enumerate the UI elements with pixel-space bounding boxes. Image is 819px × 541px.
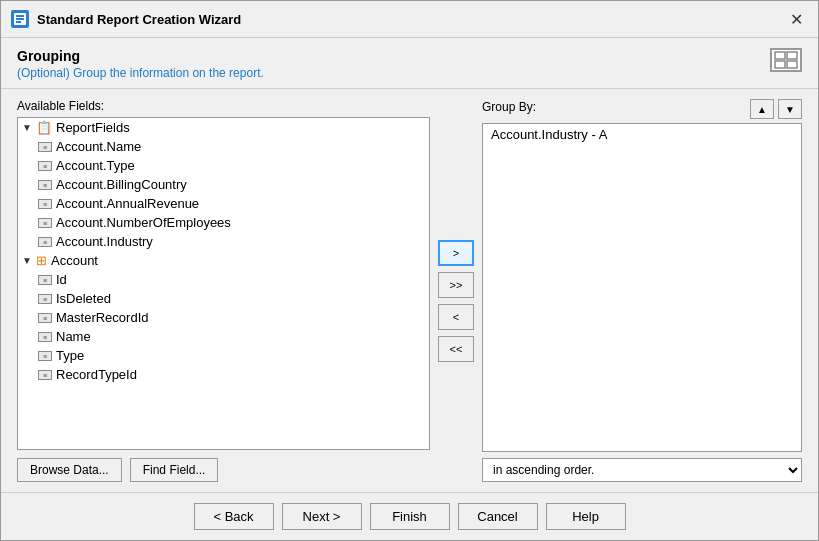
fields-tree[interactable]: ▼ 📋 ReportFields ≡ Account.Name ≡ Accoun… (17, 117, 430, 450)
account-table-icon: ⊞ (36, 253, 47, 268)
field-label-annual-revenue: Account.AnnualRevenue (56, 196, 199, 211)
field-label-industry: Account.Industry (56, 234, 153, 249)
field-icon-0: ≡ (38, 142, 52, 152)
field-icon-4: ≡ (38, 218, 52, 228)
title-bar: Standard Report Creation Wizard ✕ (1, 1, 818, 38)
header-subtitle: (Optional) Group the information on the … (17, 66, 264, 80)
report-fields-children: ≡ Account.Name ≡ Account.Type ≡ Account.… (18, 137, 429, 251)
header-title: Grouping (17, 48, 264, 64)
field-label-billing-country: Account.BillingCountry (56, 177, 187, 192)
group-by-item-0[interactable]: Account.Industry - A (483, 124, 801, 145)
field-account-billing-country[interactable]: ≡ Account.BillingCountry (34, 175, 429, 194)
field-account-annual-revenue[interactable]: ≡ Account.AnnualRevenue (34, 194, 429, 213)
field-label-name: Name (56, 329, 91, 344)
field-icon-2: ≡ (38, 180, 52, 190)
report-fields-group[interactable]: ▼ 📋 ReportFields (18, 118, 429, 137)
field-label-masterrecordid: MasterRecordId (56, 310, 148, 325)
footer: < Back Next > Finish Cancel Help (1, 492, 818, 540)
dialog: Standard Report Creation Wizard ✕ Groupi… (0, 0, 819, 541)
field-account-name[interactable]: ≡ Account.Name (34, 137, 429, 156)
field-id[interactable]: ≡ Id (34, 270, 429, 289)
order-select-row: in ascending order. in descending order. (482, 458, 802, 482)
sort-arrows: ▲ ▼ (750, 99, 802, 119)
field-icon-type: ≡ (38, 351, 52, 361)
main-content: Available Fields: ▼ 📋 ReportFields ≡ Acc… (1, 89, 818, 492)
find-field-button[interactable]: Find Field... (130, 458, 219, 482)
svg-rect-1 (16, 15, 24, 17)
group-by-label: Group By: (482, 100, 536, 114)
svg-rect-7 (787, 61, 797, 68)
finish-button[interactable]: Finish (370, 503, 450, 530)
field-master-record-id[interactable]: ≡ MasterRecordId (34, 308, 429, 327)
right-panel: Group By: ▲ ▼ Account.Industry - A in as… (482, 99, 802, 482)
field-label-isdeleted: IsDeleted (56, 291, 111, 306)
remove-all-button[interactable]: << (438, 336, 474, 362)
field-icon-recordtypeid: ≡ (38, 370, 52, 380)
right-panel-header: Group By: ▲ ▼ (482, 99, 802, 119)
account-group[interactable]: ▼ ⊞ Account (18, 251, 429, 270)
remove-one-button[interactable]: < (438, 304, 474, 330)
account-group-label: Account (51, 253, 98, 268)
field-account-num-employees[interactable]: ≡ Account.NumberOfEmployees (34, 213, 429, 232)
field-label-account-type: Account.Type (56, 158, 135, 173)
available-fields-label: Available Fields: (17, 99, 430, 113)
header-section: Grouping (Optional) Group the informatio… (1, 38, 818, 89)
header-text: Grouping (Optional) Group the informatio… (17, 48, 264, 80)
field-icon-5: ≡ (38, 237, 52, 247)
field-label-recordtypeid: RecordTypeId (56, 367, 137, 382)
field-label-num-employees: Account.NumberOfEmployees (56, 215, 231, 230)
field-icon-1: ≡ (38, 161, 52, 171)
add-all-button[interactable]: >> (438, 272, 474, 298)
svg-rect-5 (787, 52, 797, 59)
report-fields-icon: 📋 (36, 120, 52, 135)
browse-row: Browse Data... Find Field... (17, 458, 430, 482)
help-button[interactable]: Help (546, 503, 626, 530)
grouping-icon (770, 48, 802, 72)
field-account-type[interactable]: ≡ Account.Type (34, 156, 429, 175)
back-button[interactable]: < Back (194, 503, 274, 530)
field-icon-masterrecordid: ≡ (38, 313, 52, 323)
field-name[interactable]: ≡ Name (34, 327, 429, 346)
group-by-item-label-0: Account.Industry - A (491, 127, 607, 142)
sort-down-button[interactable]: ▼ (778, 99, 802, 119)
add-one-button[interactable]: > (438, 240, 474, 266)
order-select[interactable]: in ascending order. in descending order. (482, 458, 802, 482)
field-icon-name: ≡ (38, 332, 52, 342)
group-by-list[interactable]: Account.Industry - A (482, 123, 802, 452)
field-icon-isdeleted: ≡ (38, 294, 52, 304)
browse-data-button[interactable]: Browse Data... (17, 458, 122, 482)
expand-icon-report: ▼ (22, 122, 32, 133)
field-type[interactable]: ≡ Type (34, 346, 429, 365)
field-icon-3: ≡ (38, 199, 52, 209)
middle-buttons: > >> < << (430, 99, 482, 482)
svg-rect-6 (775, 61, 785, 68)
sort-up-button[interactable]: ▲ (750, 99, 774, 119)
wizard-icon (11, 10, 29, 28)
window-title: Standard Report Creation Wizard (37, 12, 241, 27)
svg-rect-4 (775, 52, 785, 59)
field-record-type-id[interactable]: ≡ RecordTypeId (34, 365, 429, 384)
close-button[interactable]: ✕ (784, 7, 808, 31)
account-children: ≡ Id ≡ IsDeleted ≡ MasterRecordId ≡ Name (18, 270, 429, 384)
field-label-account-name: Account.Name (56, 139, 141, 154)
report-fields-label: ReportFields (56, 120, 130, 135)
left-panel: Available Fields: ▼ 📋 ReportFields ≡ Acc… (17, 99, 430, 482)
svg-rect-3 (16, 21, 21, 23)
field-is-deleted[interactable]: ≡ IsDeleted (34, 289, 429, 308)
field-label-type: Type (56, 348, 84, 363)
cancel-button[interactable]: Cancel (458, 503, 538, 530)
expand-icon-account: ▼ (22, 255, 32, 266)
title-bar-left: Standard Report Creation Wizard (11, 10, 241, 28)
next-button[interactable]: Next > (282, 503, 362, 530)
svg-rect-2 (16, 18, 24, 20)
field-account-industry[interactable]: ≡ Account.Industry (34, 232, 429, 251)
field-icon-id: ≡ (38, 275, 52, 285)
field-label-id: Id (56, 272, 67, 287)
